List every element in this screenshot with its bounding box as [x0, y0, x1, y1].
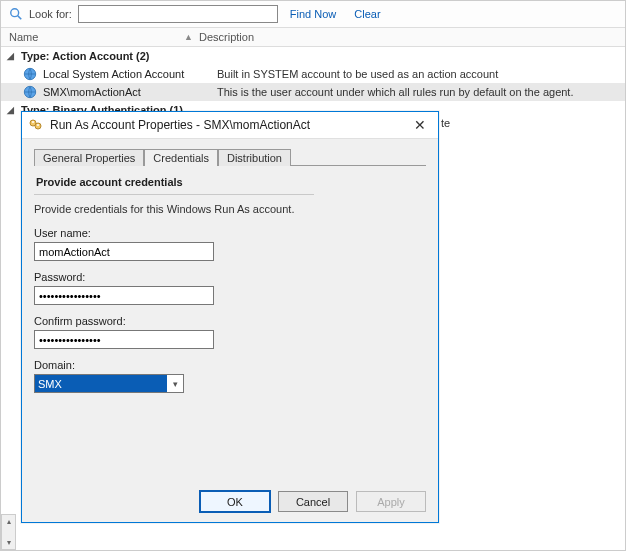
column-headers: Name ▲ Description [1, 28, 625, 47]
svg-line-1 [18, 16, 22, 20]
svg-point-7 [37, 124, 39, 126]
scroll-up-icon[interactable]: ▴ [5, 515, 13, 528]
look-for-label: Look for: [29, 8, 72, 20]
magnifier-icon [9, 7, 23, 21]
field-confirm-password: Confirm password: [34, 315, 426, 349]
column-header-name-label: Name [9, 31, 38, 43]
item-name: SMX\momActionAct [43, 86, 211, 98]
group-label: Type: Action Account (2) [21, 50, 150, 62]
username-input[interactable] [34, 242, 214, 261]
tab-panel-credentials: Provide account credentials Provide cred… [34, 165, 426, 393]
section-heading: Provide account credentials [34, 174, 314, 195]
account-icon [23, 67, 37, 81]
list-item[interactable]: SMX\momActionAct This is the user accoun… [1, 83, 625, 101]
sort-asc-icon: ▲ [184, 32, 193, 42]
confirm-password-label: Confirm password: [34, 315, 426, 327]
column-header-description[interactable]: Description [199, 31, 617, 43]
expander-icon[interactable]: ◢ [7, 105, 17, 115]
group-row-action-account[interactable]: ◢ Type: Action Account (2) [1, 47, 625, 65]
domain-label: Domain: [34, 359, 426, 371]
field-domain: Domain: SMX ▾ [34, 359, 426, 393]
svg-point-6 [32, 121, 34, 123]
svg-point-0 [11, 9, 19, 17]
domain-value: SMX [35, 375, 167, 392]
domain-combobox[interactable]: SMX ▾ [34, 374, 184, 393]
field-username: User name: [34, 227, 426, 261]
dialog-button-row: OK Cancel Apply [22, 483, 438, 522]
hint-text: Provide credentials for this Windows Run… [34, 203, 426, 215]
expander-icon[interactable]: ◢ [7, 51, 17, 61]
tab-distribution[interactable]: Distribution [218, 149, 291, 166]
tab-general-properties[interactable]: General Properties [34, 149, 144, 166]
close-icon[interactable]: ✕ [408, 117, 432, 133]
item-name: Local System Action Account [43, 68, 211, 80]
cancel-button[interactable]: Cancel [278, 491, 348, 512]
accounts-icon [28, 117, 44, 133]
run-as-account-properties-dialog: Run As Account Properties - SMX\momActio… [21, 111, 439, 523]
scroll-down-icon[interactable]: ▾ [5, 536, 13, 549]
confirm-password-input[interactable] [34, 330, 214, 349]
item-description: This is the user account under which all… [217, 86, 574, 98]
search-bar: Look for: Find Now Clear [1, 1, 625, 28]
password-input[interactable] [34, 286, 214, 305]
item-description: Built in SYSTEM account to be used as an… [217, 68, 498, 80]
password-label: Password: [34, 271, 426, 283]
tab-credentials[interactable]: Credentials [144, 149, 218, 166]
dialog-titlebar[interactable]: Run As Account Properties - SMX\momActio… [22, 112, 438, 139]
chevron-down-icon[interactable]: ▾ [167, 379, 183, 389]
account-icon [23, 85, 37, 99]
ok-button[interactable]: OK [200, 491, 270, 512]
username-label: User name: [34, 227, 426, 239]
tab-strip: General Properties Credentials Distribut… [34, 149, 426, 166]
clear-button[interactable]: Clear [348, 8, 386, 20]
list-item[interactable]: Local System Action Account Built in SYS… [1, 65, 625, 83]
column-header-name[interactable]: Name ▲ [9, 31, 199, 43]
find-now-button[interactable]: Find Now [284, 8, 342, 20]
vertical-scrollbar[interactable]: ▴ ▾ [1, 514, 16, 550]
dialog-title: Run As Account Properties - SMX\momActio… [50, 118, 310, 132]
truncated-text-behind: te [441, 117, 450, 129]
field-password: Password: [34, 271, 426, 305]
apply-button: Apply [356, 491, 426, 512]
dialog-body: General Properties Credentials Distribut… [22, 139, 438, 483]
look-for-input[interactable] [78, 5, 278, 23]
